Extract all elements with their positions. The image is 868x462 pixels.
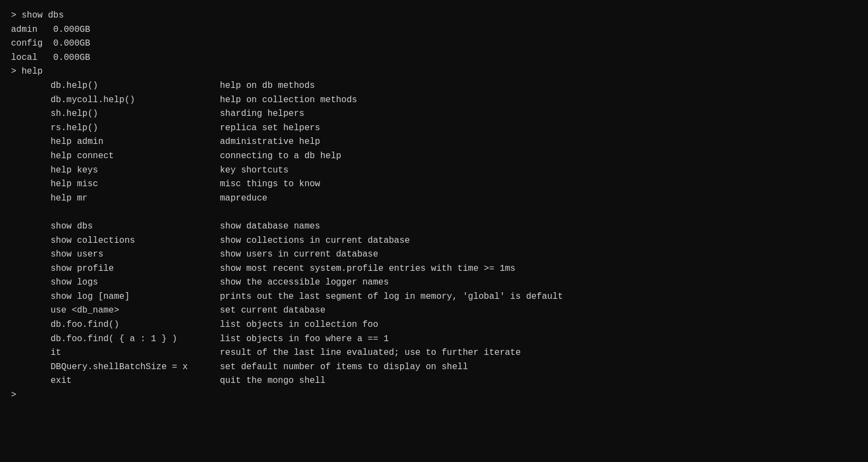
help-desc: set default number of items to display o…: [220, 360, 563, 375]
help-desc: show collections in current database: [220, 234, 563, 248]
help-entry-row: show usersshow users in current database: [11, 248, 563, 262]
help-cmd: help mr: [11, 192, 220, 206]
help-desc: key shortcuts: [220, 164, 563, 178]
help-desc: administrative help: [220, 135, 563, 149]
help-cmd: show profile: [11, 262, 220, 276]
help-cmd: help connect: [11, 149, 220, 164]
show-dbs-command: > show dbs: [11, 9, 857, 23]
help-desc: show the accessible logger names: [220, 276, 563, 290]
help-entry-row: help miscmisc things to know: [11, 177, 563, 192]
help-entry-row: show logsshow the accessible logger name…: [11, 276, 563, 290]
help-desc: show most recent system.profile entries …: [220, 262, 563, 276]
help-entry-row: show collectionsshow collections in curr…: [11, 234, 563, 248]
help-desc: replica set helpers: [220, 121, 563, 136]
help-command: > help: [11, 65, 857, 79]
help-entry-row: db.mycoll.help()help on collection metho…: [11, 93, 563, 108]
help-desc: help on collection methods: [220, 93, 563, 108]
help-entry-row: db.help()help on db methods: [11, 79, 563, 93]
help-desc: show database names: [220, 220, 563, 234]
help-cmd: db.mycoll.help(): [11, 93, 220, 108]
help-entry-row: show profileshow most recent system.prof…: [11, 262, 563, 276]
help-entry-row: exitquit the mongo shell: [11, 374, 563, 388]
help-entry-row: show log [name]prints out the last segme…: [11, 290, 563, 304]
help-cmd: show users: [11, 248, 220, 262]
help-desc: list objects in foo where a == 1: [220, 332, 563, 347]
help-entry-row: DBQuery.shellBatchSize = xset default nu…: [11, 360, 563, 375]
help-cmd: show collections: [11, 234, 220, 248]
help-cmd: help admin: [11, 135, 220, 149]
help-cmd: show log [name]: [11, 290, 220, 304]
help-desc: list objects in collection foo: [220, 318, 563, 332]
help-entry-row: help keyskey shortcuts: [11, 164, 563, 178]
help-cmd: db.foo.find(): [11, 318, 220, 332]
help-entry-row: itresult of the last line evaluated; use…: [11, 346, 563, 360]
help-entry-row: help connectconnecting to a db help: [11, 149, 563, 164]
help-cmd: show logs: [11, 276, 220, 290]
help-entry-row: help mrmapreduce: [11, 192, 563, 206]
help-entry-row: rs.help()replica set helpers: [11, 121, 563, 136]
help-desc: sharding helpers: [220, 107, 563, 121]
terminal: > show dbs admin 0.000GB config 0.000GB …: [11, 9, 857, 403]
local-db-line: local 0.000GB: [11, 51, 857, 65]
help-entry-row: use <db_name>set current database: [11, 304, 563, 318]
help-desc: prints out the last segment of log in me…: [220, 290, 563, 304]
help-desc: show users in current database: [220, 248, 563, 262]
help-desc: misc things to know: [220, 177, 563, 192]
help-cmd: db.foo.find( { a : 1 } ): [11, 332, 220, 347]
help-entry-row: show dbsshow database names: [11, 220, 563, 234]
help-cmd: exit: [11, 374, 220, 388]
help-desc: result of the last line evaluated; use t…: [220, 346, 563, 360]
config-db-line: config 0.000GB: [11, 37, 857, 51]
final-prompt: >: [11, 388, 857, 403]
help-desc: mapreduce: [220, 192, 563, 206]
help-cmd: show dbs: [11, 220, 220, 234]
help-cmd: sh.help(): [11, 107, 220, 121]
help-cmd: use <db_name>: [11, 304, 220, 318]
help-desc: help on db methods: [220, 79, 563, 93]
admin-db-line: admin 0.000GB: [11, 23, 857, 37]
help-desc: connecting to a db help: [220, 149, 563, 164]
help-cmd: rs.help(): [11, 121, 220, 136]
help-cmd: db.help(): [11, 79, 220, 93]
help-cmd: it: [11, 346, 220, 360]
help-entry-row: db.foo.find( { a : 1 } )list objects in …: [11, 332, 563, 347]
help-cmd: DBQuery.shellBatchSize = x: [11, 360, 220, 375]
help-empty-row: [11, 205, 220, 220]
help-desc: set current database: [220, 304, 563, 318]
help-cmd: help misc: [11, 177, 220, 192]
help-cmd: help keys: [11, 164, 220, 178]
help-output-table: db.help()help on db methodsdb.mycoll.hel…: [11, 79, 563, 388]
help-entry-row: help adminadministrative help: [11, 135, 563, 149]
help-entry-row: db.foo.find()list objects in collection …: [11, 318, 563, 332]
help-entry-row: sh.help()sharding helpers: [11, 107, 563, 121]
help-desc: quit the mongo shell: [220, 374, 563, 388]
